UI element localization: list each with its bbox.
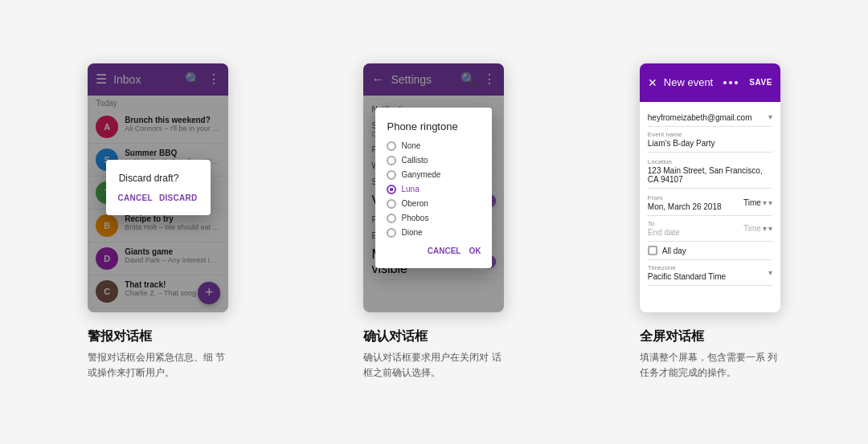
confirm-actions: CANCEL OK	[387, 246, 481, 255]
radio-item-ganymede[interactable]: Ganymede	[387, 168, 481, 182]
allday-row: All day	[648, 242, 772, 260]
fullscreen-header: ✕ New event SAVE	[640, 63, 780, 102]
radio-item-none[interactable]: None	[387, 139, 481, 153]
dialog-title: Discard draft?	[119, 173, 198, 184]
fullscreen-body: heyfromeizabeth@gmail.com ▾ Event name L…	[640, 102, 780, 292]
radio-item-callisto[interactable]: Callisto	[387, 153, 481, 168]
radio-label: Luna	[401, 185, 419, 193]
location-label: Location	[648, 158, 772, 165]
dots-container	[723, 81, 738, 84]
card-body-text: 警报对话框会用紧急信息、细 节或操作来打断用户。	[88, 350, 228, 381]
radio-circle	[387, 228, 396, 238]
radio-label: Ganymede	[401, 170, 440, 179]
radio-circle	[387, 170, 396, 180]
dropdown-arrow-icon[interactable]: ▾	[768, 112, 772, 121]
timezone-arrow-icon[interactable]: ▾	[768, 268, 772, 277]
phone-frame-alert: ☰ Inbox 🔍 ⋮ Today A Brunch this weekend?…	[88, 63, 228, 312]
radio-circle	[387, 156, 396, 165]
timezone-label: Timezone	[648, 264, 726, 271]
to-row: To End date Time ▾ ▾	[648, 216, 772, 242]
dot	[735, 81, 738, 84]
fullscreen-title: New event	[664, 76, 718, 88]
from-time-arrow-icon[interactable]: ▾	[768, 198, 772, 207]
ok-button[interactable]: OK	[469, 246, 481, 255]
from-date[interactable]: Mon, March 26 2018	[648, 202, 722, 211]
radio-label: None	[401, 141, 420, 150]
discard-button[interactable]: DISCARD	[159, 193, 198, 202]
from-label: From	[648, 194, 722, 202]
from-time[interactable]: Time	[743, 198, 761, 207]
event-name-value[interactable]: Liam's B-day Party	[648, 139, 772, 148]
from-row: From Mon, March 26 2018 Time ▾ ▾	[648, 190, 772, 216]
dialog-title: Phone ringtone	[387, 120, 481, 132]
radio-item-oberon[interactable]: Oberon	[387, 197, 481, 211]
location-row: Location 123 Main Street, San Francisco,…	[648, 154, 772, 189]
dot	[729, 81, 732, 84]
radio-item-phobos[interactable]: Phobos	[387, 211, 481, 226]
timezone-value[interactable]: Pacific Standard Time	[648, 272, 726, 281]
card-description: 确认对话框 确认对话框要求用户在关闭对 话框之前确认选择。	[363, 328, 504, 381]
to-time-arrow-icon[interactable]: ▾	[768, 224, 772, 233]
card-title: 警报对话框	[88, 328, 228, 345]
card-alert: ☰ Inbox 🔍 ⋮ Today A Brunch this weekend?…	[32, 63, 284, 381]
from-date-arrow-icon[interactable]: ▾	[763, 198, 767, 207]
card-confirm: ← Settings 🔍 ⋮ Notifications Sound Do No…	[308, 63, 559, 381]
radio-label: Oberon	[401, 199, 428, 208]
radio-circle-selected	[387, 185, 396, 194]
phone-frame-confirm: ← Settings 🔍 ⋮ Notifications Sound Do No…	[363, 63, 504, 312]
card-title: 确认对话框	[363, 328, 504, 345]
event-name-label: Event name	[648, 131, 772, 138]
dot	[723, 81, 727, 84]
radio-label: Phobos	[401, 214, 428, 222]
location-value[interactable]: 123 Main Street, San Francisco, CA 94107	[648, 166, 772, 184]
alert-overlay: Discard draft? CANCEL DISCARD	[88, 63, 228, 312]
radio-label: Callisto	[401, 156, 428, 165]
to-time[interactable]: Time	[743, 224, 761, 233]
save-button[interactable]: SAVE	[749, 78, 772, 87]
allday-checkbox[interactable]	[648, 246, 657, 255]
cancel-button[interactable]: CANCEL	[118, 193, 153, 202]
to-date-arrow-icon[interactable]: ▾	[763, 224, 767, 233]
card-body-text: 填满整个屏幕，包含需要一系 列任务才能完成的操作。	[640, 350, 780, 381]
radio-circle	[387, 141, 396, 151]
close-icon[interactable]: ✕	[648, 76, 657, 89]
email-value: heyfromeizabeth@gmail.com	[648, 113, 752, 122]
confirm-dialog: Phone ringtone None Callisto Ganymede	[375, 108, 492, 268]
dialog-actions: CANCEL DISCARD	[119, 193, 198, 202]
timezone-row: Timezone Pacific Standard Time ▾	[648, 260, 772, 286]
to-date[interactable]: End date	[648, 228, 680, 237]
card-description: 警报对话框 警报对话框会用紧急信息、细 节或操作来打断用户。	[88, 328, 228, 381]
confirm-overlay: Phone ringtone None Callisto Ganymede	[363, 63, 504, 312]
radio-item-dione[interactable]: Dione	[387, 226, 481, 240]
allday-label: All day	[662, 246, 686, 255]
email-field-row: heyfromeizabeth@gmail.com ▾	[648, 108, 772, 127]
to-label: To	[648, 220, 680, 227]
radio-circle	[387, 199, 396, 209]
main-container: ☰ Inbox 🔍 ⋮ Today A Brunch this weekend?…	[32, 63, 836, 381]
alert-dialog: Discard draft? CANCEL DISCARD	[106, 160, 211, 215]
radio-circle	[387, 214, 396, 223]
phone-frame-fullscreen: ✕ New event SAVE heyfromeizabeth@gmail.c…	[640, 63, 780, 312]
cancel-button[interactable]: CANCEL	[428, 246, 461, 255]
card-description: 全屏对话框 填满整个屏幕，包含需要一系 列任务才能完成的操作。	[640, 328, 780, 381]
event-name-row: Event name Liam's B-day Party	[648, 127, 772, 153]
card-body-text: 确认对话框要求用户在关闭对 话框之前确认选择。	[363, 350, 504, 381]
radio-label: Dione	[401, 228, 422, 237]
card-fullscreen: ✕ New event SAVE heyfromeizabeth@gmail.c…	[584, 63, 836, 381]
radio-item-luna[interactable]: Luna	[387, 182, 481, 197]
card-title: 全屏对话框	[640, 328, 780, 345]
